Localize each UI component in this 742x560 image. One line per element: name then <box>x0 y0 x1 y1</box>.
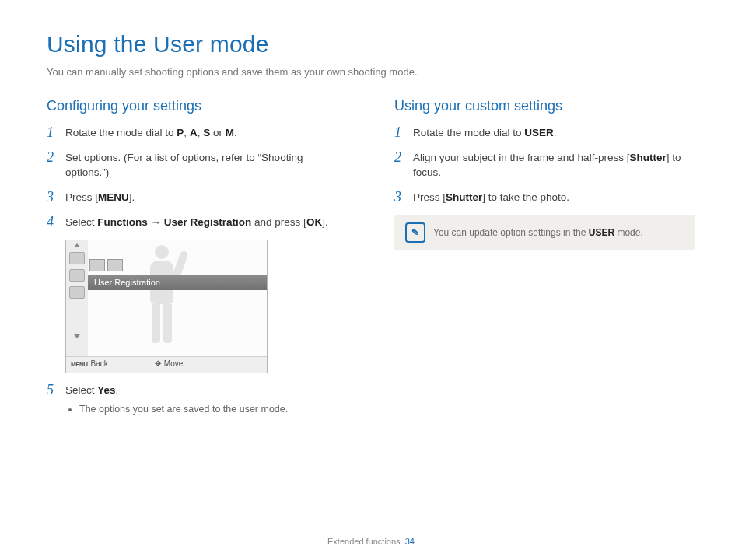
lcd-figure-wrapper: User Registration MENU Back ✥ Move <box>47 240 348 373</box>
mode-p-icon: P <box>177 127 184 138</box>
right-step-2: 2 Align your subject in the frame and ha… <box>394 150 695 180</box>
title-rule <box>47 61 695 61</box>
text: Align your subject in the frame and half… <box>413 152 629 163</box>
mode-m-icon: M <box>226 127 234 138</box>
mode-user-icon: USER <box>524 127 554 138</box>
step-number: 5 <box>47 383 61 398</box>
text: Select <box>65 384 97 396</box>
step-body: Set options. (For a list of options, ref… <box>65 150 348 180</box>
text: Rotate the mode dial to <box>413 127 524 138</box>
text: Select <box>65 216 97 228</box>
text: or <box>210 127 226 138</box>
step-body: Align your subject in the frame and half… <box>413 150 695 180</box>
lcd-footer: MENU Back ✥ Move <box>66 356 267 373</box>
step-number: 1 <box>394 125 408 141</box>
text: → <box>148 216 164 228</box>
text: . <box>554 127 557 138</box>
lcd-thumbnails <box>89 259 123 271</box>
step-body: Rotate the mode dial to USER. <box>413 125 695 141</box>
ok-button-icon: OK <box>306 216 322 228</box>
lcd-menu-icon <box>69 252 85 264</box>
user-registration-label: User Registration <box>164 216 252 228</box>
menu-button-icon: MENU <box>98 191 129 203</box>
menu-icon: MENU <box>71 360 88 369</box>
text: . <box>234 127 237 138</box>
step-number: 4 <box>47 215 61 230</box>
step-number: 3 <box>394 190 408 205</box>
right-step-3: 3 Press [Shutter] to take the photo. <box>394 190 695 205</box>
yes-label: Yes <box>97 384 115 396</box>
text: ]. <box>129 191 135 203</box>
shutter-label: Shutter <box>446 191 482 203</box>
text: ]. <box>322 216 328 228</box>
dpad-icon: ✥ <box>155 359 161 370</box>
left-steps: 1 Rotate the mode dial to P, A, S or M. … <box>47 125 348 416</box>
step-body: Press [MENU]. <box>65 190 348 205</box>
text: , <box>184 127 190 138</box>
lcd-sidebar <box>66 240 89 357</box>
left-step-3: 3 Press [MENU]. <box>47 190 348 205</box>
note-text: You can update option settings in the US… <box>433 227 643 238</box>
left-column: Configuring your settings 1 Rotate the m… <box>47 98 348 425</box>
mode-user-icon: USER <box>589 227 614 238</box>
left-step-2: 2 Set options. (For a list of options, r… <box>47 150 348 180</box>
page-number: 34 <box>405 537 415 546</box>
left-step-4: 4 Select Functions → User Registration a… <box>47 215 348 230</box>
mode-a-icon: A <box>190 127 198 138</box>
left-step-1: 1 Rotate the mode dial to P, A, S or M. <box>47 125 348 141</box>
step-subitem: The options you set are saved to the use… <box>79 402 348 416</box>
text: . <box>116 384 119 396</box>
text: mode. <box>614 227 643 238</box>
left-heading: Configuring your settings <box>47 98 348 114</box>
right-heading: Using your custom settings <box>394 98 695 114</box>
note-icon: ✎ <box>405 222 425 243</box>
step-sublist: The options you set are saved to the use… <box>79 402 348 416</box>
left-step-5: 5 Select Yes. The options you set are sa… <box>47 383 348 417</box>
text: and press [ <box>251 216 306 228</box>
step-body: Select Functions → User Registration and… <box>65 215 348 230</box>
step-body: Select Yes. The options you set are save… <box>65 383 348 417</box>
step-body: Press [Shutter] to take the photo. <box>413 190 695 205</box>
content-columns: Configuring your settings 1 Rotate the m… <box>47 98 695 425</box>
page-title: Using the User mode <box>47 31 695 58</box>
lcd-menu-icon <box>69 286 85 299</box>
lcd-main-area: User Registration <box>88 240 267 357</box>
text: ] to take the photo. <box>482 191 569 203</box>
text: Press [ <box>413 191 446 203</box>
mode-s-icon: S <box>203 127 210 138</box>
step-number: 1 <box>47 125 61 141</box>
right-column: Using your custom settings 1 Rotate the … <box>394 98 695 425</box>
step-number: 2 <box>47 150 61 166</box>
right-steps: 1 Rotate the mode dial to USER. 2 Align … <box>394 125 695 205</box>
lcd-menu-icon <box>69 269 85 282</box>
text: You can update option settings in the <box>433 227 589 238</box>
chevron-down-icon <box>74 334 80 338</box>
lcd-selected-item: User Registration <box>88 275 267 290</box>
intro-text: You can manually set shooting options an… <box>47 66 695 78</box>
right-step-1: 1 Rotate the mode dial to USER. <box>394 125 695 141</box>
note-box: ✎ You can update option settings in the … <box>394 215 695 250</box>
chevron-up-icon <box>74 243 80 247</box>
functions-label: Functions <box>97 216 148 228</box>
page-footer: Extended functions 34 <box>0 537 742 546</box>
text: Rotate the mode dial to <box>65 127 177 138</box>
lcd-move-label: Move <box>164 359 183 370</box>
lcd-screenshot: User Registration MENU Back ✥ Move <box>65 240 268 373</box>
silhouette-icon <box>135 245 189 354</box>
step-number: 3 <box>47 190 61 205</box>
shutter-label: Shutter <box>629 152 666 163</box>
lcd-back-label: Back <box>91 359 108 370</box>
text: Press [ <box>65 191 98 203</box>
step-number: 2 <box>394 150 408 166</box>
footer-section: Extended functions <box>327 537 401 546</box>
step-body: Rotate the mode dial to P, A, S or M. <box>65 125 348 141</box>
text: , <box>198 127 204 138</box>
